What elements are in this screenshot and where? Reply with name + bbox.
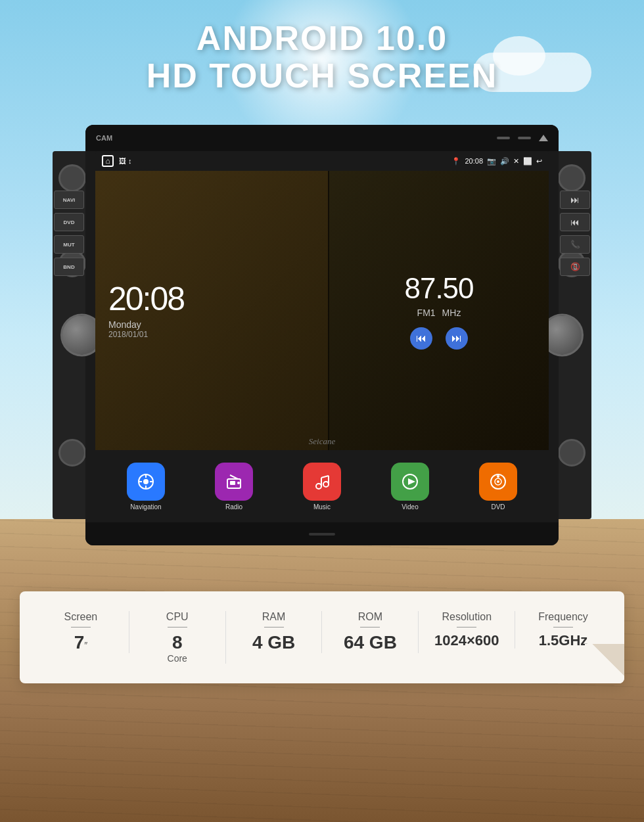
spec-divider-1 [71, 627, 91, 628]
radio-controls: ⏮ ⏭ [410, 327, 468, 350]
spec-resolution: Resolution 1024×600 [419, 611, 515, 649]
navigation-icon [137, 472, 155, 491]
close-icon: ✕ [513, 157, 519, 166]
spec-frequency: Frequency 1.5GHz [515, 611, 611, 649]
left-side-buttons: NAVI DVD MUT BND [54, 191, 84, 276]
top-triangle [539, 135, 548, 141]
clock-widget: 20:08 Monday 2018/01/01 [95, 171, 328, 450]
clock-time: 20:08 [108, 283, 315, 315]
radio-frequency: 87.50 [404, 272, 473, 305]
top-indicator-2 [518, 137, 531, 139]
spec-divider-4 [360, 627, 380, 628]
dvd-label: DVD [491, 503, 505, 511]
radio-icon [225, 472, 243, 491]
svg-line-14 [321, 476, 329, 478]
skip-back-button[interactable]: ⏮ [560, 213, 590, 231]
app-navigation[interactable]: Navigation [127, 463, 165, 511]
navigation-label: Navigation [130, 503, 161, 511]
specs-card: Screen 7″ CPU 8 Core RAM 4 GB ROM 64 GB … [20, 591, 624, 683]
music-icon [313, 472, 331, 491]
title-line2: HD TOUCH SCREEN [0, 57, 644, 95]
clock-date: 2018/01/01 [108, 330, 315, 339]
screen-content-area: 20:08 Monday 2018/01/01 87.50 FM1 MHz [95, 171, 549, 522]
device-bottom-bar [85, 522, 559, 545]
spec-divider-6 [553, 627, 573, 628]
skip-forward-button[interactable]: ⏭ [560, 191, 590, 209]
radio-prev-button[interactable]: ⏮ [410, 327, 432, 350]
device-outer-frame: NAVI DVD MUT BND ⏭ ⏮ 📞 📵 CAM [85, 125, 559, 545]
app-music[interactable]: Music [303, 463, 341, 511]
back-icon: ↩ [536, 157, 542, 166]
svg-marker-16 [408, 478, 415, 485]
music-label: Music [313, 503, 331, 511]
dvd-button[interactable]: DVD [54, 213, 84, 231]
svg-point-20 [497, 475, 499, 478]
device-top-bar: CAM [85, 125, 559, 151]
spec-cpu-label: CPU [166, 611, 189, 623]
location-icon: 📍 [451, 157, 461, 166]
status-icons-left: 🖼 ↕ [119, 157, 132, 165]
title-line1: ANDROID 10.0 [0, 20, 644, 57]
spec-rom-value: 64 GB [344, 633, 397, 653]
spec-divider-3 [264, 627, 284, 628]
video-label: Video [402, 503, 418, 511]
video-icon [401, 472, 419, 491]
spec-screen: Screen 7″ [33, 611, 129, 653]
spec-rom-label: ROM [358, 611, 382, 623]
phone-answer-button[interactable]: 📞 [560, 235, 590, 254]
spec-cpu-unit: Core [168, 653, 187, 664]
main-title: ANDROID 10.0 HD TOUCH SCREEN [0, 20, 644, 95]
app-radio[interactable]: Radio [215, 463, 253, 511]
spec-ram-label: RAM [262, 611, 286, 623]
spec-divider-5 [457, 627, 476, 628]
dvd-icon [489, 472, 507, 491]
spec-resolution-value: 1024×600 [434, 633, 499, 649]
specs-grid: Screen 7″ CPU 8 Core RAM 4 GB ROM 64 GB … [33, 611, 611, 664]
clock-day: Monday [108, 319, 315, 330]
main-screen: 🖼 ↕ 📍 20:08 📷 🔊 ✕ ⬜ ↩ 20 [95, 151, 549, 522]
radio-widget: 87.50 FM1 MHz ⏮ ⏭ [329, 171, 549, 450]
radio-band-row: FM1 MHz [417, 308, 461, 318]
mount-hole-tl [58, 164, 86, 192]
car-stereo-device: NAVI DVD MUT BND ⏭ ⏮ 📞 📵 CAM [85, 125, 559, 545]
video-icon-bg [391, 463, 429, 501]
android-status-bar: 🖼 ↕ 📍 20:08 📷 🔊 ✕ ⬜ ↩ [95, 151, 549, 171]
app-dvd[interactable]: DVD [479, 463, 517, 511]
radio-icon-bg [215, 463, 253, 501]
mount-hole-tr [558, 164, 586, 192]
spec-frequency-value: 1.5GHz [539, 633, 588, 649]
seicane-watermark: Seicane [95, 436, 549, 447]
spec-ram-value: 4 GB [252, 633, 295, 653]
spec-ram: RAM 4 GB [226, 611, 323, 653]
navi-button[interactable]: NAVI [54, 191, 84, 209]
dvd-icon-bg [479, 463, 517, 501]
svg-point-8 [237, 482, 240, 484]
spec-screen-label: Screen [64, 611, 98, 623]
svg-point-19 [497, 480, 499, 483]
bnd-button[interactable]: BND [54, 258, 84, 276]
spec-rom: ROM 64 GB [322, 611, 419, 653]
svg-point-1 [143, 479, 149, 484]
camera-icon: 📷 [487, 157, 496, 166]
spec-divider-2 [168, 627, 187, 628]
status-bar-right: 📍 20:08 📷 🔊 ✕ ⬜ ↩ [451, 157, 542, 166]
radio-next-button[interactable]: ⏭ [446, 327, 468, 350]
svg-point-11 [323, 482, 329, 487]
spec-resolution-label: Resolution [442, 611, 492, 623]
cam-label: CAM [96, 134, 112, 142]
radio-app-label: Radio [225, 503, 242, 511]
spec-cpu-value: 8 [172, 633, 183, 653]
app-icons-row: Navigation Radio [95, 450, 549, 522]
mut-button[interactable]: MUT [54, 235, 84, 254]
phone-end-button[interactable]: 📵 [560, 258, 590, 276]
app-video[interactable]: Video [391, 463, 429, 511]
status-time: 20:08 [465, 157, 483, 165]
spec-frequency-label: Frequency [538, 611, 588, 623]
home-icon[interactable] [102, 155, 114, 167]
window-icon: ⬜ [523, 157, 532, 166]
svg-point-10 [316, 484, 321, 489]
mount-hole-br [558, 439, 586, 467]
top-bar-right [497, 135, 548, 141]
widget-area: 20:08 Monday 2018/01/01 87.50 FM1 MHz [95, 171, 549, 450]
radio-unit: MHz [442, 308, 461, 318]
